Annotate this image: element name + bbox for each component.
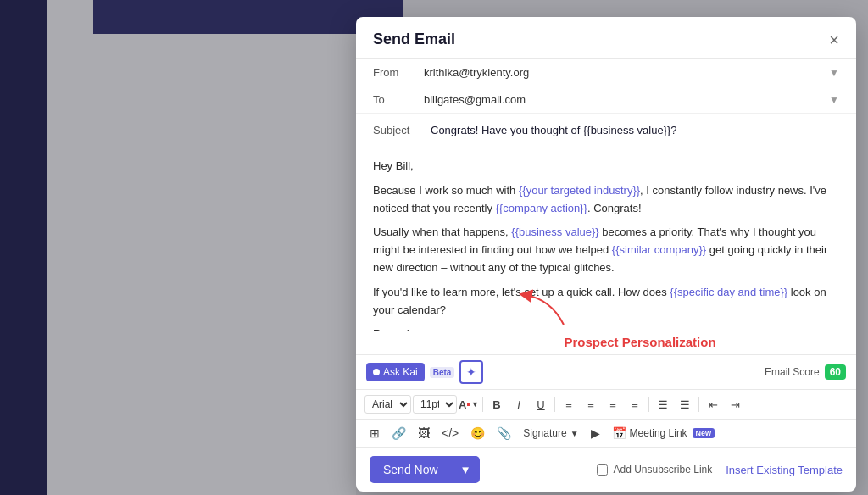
meeting-link-button[interactable]: 📅 Meeting Link New — [609, 424, 719, 442]
email-body[interactable]: Hey Bill, Because I work so much with {{… — [356, 147, 856, 331]
to-label: To — [373, 93, 424, 106]
bold-button[interactable]: B — [487, 394, 507, 414]
underline-button[interactable]: U — [531, 394, 551, 414]
font-select[interactable]: Arial — [364, 395, 411, 414]
italic-button[interactable]: I — [509, 394, 529, 414]
send-dropdown-button[interactable]: ▼ — [452, 457, 480, 483]
insert-existing-template-link[interactable]: Insert Existing Template — [726, 464, 843, 476]
video-insert-button[interactable]: ▶ — [587, 424, 604, 442]
signature-label: Signature — [523, 427, 566, 439]
signature-button[interactable]: Signature ▼ — [520, 425, 581, 442]
unsubscribe-checkbox-area: Add Unsubscribe Link — [597, 464, 712, 476]
subject-field-row: Subject — [356, 114, 856, 147]
email-line-3: Usually when that happens, {{business va… — [373, 224, 839, 276]
code-icon: </> — [442, 426, 459, 440]
emoji-icon: 😊 — [470, 426, 485, 440]
unsubscribe-label: Add Unsubscribe Link — [613, 464, 712, 476]
text-color-button[interactable]: A ▼ — [459, 394, 479, 414]
kai-dot-icon — [373, 369, 380, 375]
personalize-button[interactable]: ✦ — [459, 360, 483, 384]
subject-input[interactable] — [424, 120, 839, 140]
footer-right: Add Unsubscribe Link Insert Existing Tem… — [597, 464, 843, 476]
to-value: billgates@gmail.com — [424, 93, 526, 106]
emoji-insert-button[interactable]: 😊 — [467, 424, 488, 442]
text-color-icon: A — [459, 398, 466, 411]
email-score-area: Email Score 60 — [765, 364, 846, 380]
code-insert-button[interactable]: </> — [438, 424, 462, 442]
toolbar-sep-2 — [554, 397, 555, 412]
formatting-toolbar: Arial 11pt A ▼ B I U ≡ ≡ ≡ ≡ ☰ ☰ ⇤ ⇥ — [356, 389, 856, 419]
attachment-insert-button[interactable]: 📎 — [493, 424, 515, 442]
toolbar-sep-1 — [482, 397, 483, 412]
from-value: krithika@tryklenty.org — [424, 66, 529, 79]
ask-kai-button[interactable]: Ask Kai — [366, 363, 425, 381]
subject-label: Subject — [373, 124, 424, 136]
send-email-modal: Send Email × From krithika@tryklenty.org… — [356, 17, 856, 492]
image-icon: 🖼 — [418, 426, 430, 440]
image-insert-button[interactable]: 🖼 — [415, 424, 433, 442]
video-icon: ▶ — [591, 426, 600, 440]
attachment-icon: 📎 — [497, 426, 511, 440]
unsubscribe-checkbox[interactable] — [597, 464, 608, 476]
ordered-list-button[interactable]: ☰ — [675, 394, 695, 414]
unordered-list-button[interactable]: ☰ — [653, 394, 673, 414]
link-insert-button[interactable]: 🔗 — [388, 424, 409, 442]
modal-header: Send Email × — [356, 17, 856, 59]
modal-title: Send Email — [373, 31, 455, 48]
from-field-row: From krithika@tryklenty.org ▼ — [356, 59, 856, 86]
new-badge: New — [693, 428, 715, 438]
from-dropdown[interactable]: krithika@tryklenty.org ▼ — [424, 66, 839, 79]
send-now-button[interactable]: Send Now — [370, 456, 452, 483]
insert-toolbar: ⊞ 🔗 🖼 </> 😊 📎 Signature ▼ ▶ — [356, 419, 856, 447]
modal-footer: Send Now ▼ Add Unsubscribe Link Insert E… — [356, 447, 856, 492]
table-icon: ⊞ — [370, 426, 380, 440]
email-score-value: 60 — [825, 364, 846, 380]
beta-badge: Beta — [430, 367, 455, 378]
table-insert-button[interactable]: ⊞ — [366, 424, 383, 442]
email-line-2: Because I work so much with {{your targe… — [373, 182, 839, 218]
toolbar-sep-4 — [698, 397, 699, 412]
size-select[interactable]: 11pt — [413, 395, 457, 414]
align-right-button[interactable]: ≡ — [603, 394, 623, 414]
toolbar-row1: Ask Kai Beta ✦ Email Score 60 — [356, 354, 856, 389]
align-left-button[interactable]: ≡ — [559, 394, 579, 414]
justify-button[interactable]: ≡ — [625, 394, 645, 414]
personalization-arrow-svg — [432, 282, 602, 329]
send-button-group: Send Now ▼ — [370, 456, 480, 483]
personalization-label: Prospect Personalization — [564, 335, 715, 349]
close-button[interactable]: × — [829, 31, 839, 48]
from-dropdown-arrow: ▼ — [829, 67, 839, 79]
indent-increase-button[interactable]: ⇥ — [725, 394, 745, 414]
to-dropdown[interactable]: billgates@gmail.com ▼ — [424, 93, 839, 106]
ask-kai-label: Ask Kai — [383, 366, 418, 378]
align-center-button[interactable]: ≡ — [581, 394, 601, 414]
color-underline — [467, 403, 470, 406]
personalization-callout-area: Prospect Personalization — [356, 331, 856, 354]
email-score-label: Email Score — [765, 366, 820, 378]
to-field-row: To billgates@gmail.com ▼ — [356, 86, 856, 114]
color-dropdown-arrow: ▼ — [471, 400, 479, 409]
modal-body: From krithika@tryklenty.org ▼ To billgat… — [356, 59, 856, 447]
calendar-icon: 📅 — [612, 426, 626, 440]
link-icon: 🔗 — [392, 426, 406, 440]
toolbar-sep-3 — [648, 397, 649, 412]
signature-dropdown-arrow: ▼ — [570, 429, 579, 438]
email-line-1: Hey Bill, — [373, 158, 839, 175]
from-label: From — [373, 66, 424, 79]
meeting-link-label: Meeting Link — [630, 427, 687, 439]
to-dropdown-arrow: ▼ — [829, 94, 839, 106]
indent-decrease-button[interactable]: ⇤ — [703, 394, 723, 414]
